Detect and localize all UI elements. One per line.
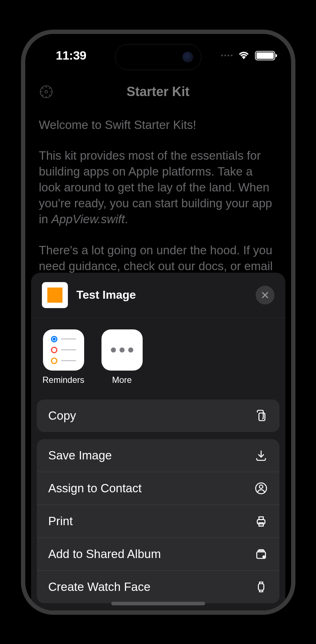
copy-action[interactable]: Copy xyxy=(37,399,280,432)
dynamic-island xyxy=(115,44,202,70)
app-label: More xyxy=(112,375,132,385)
print-action[interactable]: Print xyxy=(37,505,280,537)
nav-bar: Starter Kit xyxy=(25,74,291,110)
status-dots-icon xyxy=(221,55,233,56)
more-icon xyxy=(101,329,143,371)
watch-icon xyxy=(254,580,268,594)
svg-point-9 xyxy=(262,555,265,558)
action-label: Copy xyxy=(48,409,76,423)
action-label: Add to Shared Album xyxy=(48,547,161,561)
save-image-action[interactable]: Save Image xyxy=(37,439,280,472)
home-indicator[interactable] xyxy=(111,602,205,605)
camera-icon xyxy=(182,52,193,62)
person-icon xyxy=(254,481,268,495)
svg-rect-2 xyxy=(259,413,265,420)
watch-face-action[interactable]: Create Watch Face xyxy=(37,570,280,603)
action-group-2: Save Image Assign to Contact Print xyxy=(37,439,280,603)
action-label: Assign to Contact xyxy=(48,481,142,495)
welcome-text: Welcome to Swift Starter Kits! xyxy=(39,117,277,133)
shared-album-action[interactable]: Add to Shared Album xyxy=(37,537,280,570)
svg-rect-10 xyxy=(258,584,264,590)
close-button[interactable] xyxy=(256,286,274,304)
action-label: Print xyxy=(48,514,73,528)
action-label: Save Image xyxy=(48,449,112,462)
action-label: Create Watch Face xyxy=(48,580,151,594)
settings-button[interactable] xyxy=(36,82,56,102)
share-sheet: Test Image Reminders xyxy=(31,273,285,610)
page-title: Starter Kit xyxy=(126,84,189,99)
assign-contact-action[interactable]: Assign to Contact xyxy=(37,472,280,505)
share-item-title: Test Image xyxy=(77,288,247,302)
intro-paragraph: This kit provides most of the essentials… xyxy=(39,148,277,227)
status-time: 11:39 xyxy=(56,48,86,62)
album-icon xyxy=(254,547,268,561)
phone-screen: 11:39 Starter Kit Wel xyxy=(25,34,291,610)
svg-point-4 xyxy=(259,485,263,488)
copy-icon xyxy=(254,409,268,423)
share-thumbnail xyxy=(42,282,68,308)
phone-frame: 11:39 Starter Kit Wel xyxy=(21,30,295,615)
svg-rect-7 xyxy=(259,523,263,526)
action-group-1: Copy xyxy=(37,399,280,432)
wifi-icon xyxy=(238,51,250,61)
close-icon xyxy=(261,291,269,299)
app-label: Reminders xyxy=(42,375,84,385)
svg-rect-6 xyxy=(259,517,263,520)
battery-icon xyxy=(255,51,275,60)
share-apps-row[interactable]: Reminders More xyxy=(31,318,285,394)
share-app-more[interactable]: More xyxy=(100,329,144,385)
reminders-icon xyxy=(43,329,84,371)
print-icon xyxy=(254,514,268,528)
share-app-reminders[interactable]: Reminders xyxy=(42,329,85,385)
svg-point-1 xyxy=(45,90,47,93)
status-right xyxy=(221,51,275,61)
gear-icon xyxy=(38,84,54,100)
share-header: Test Image xyxy=(31,273,285,318)
download-icon xyxy=(254,449,268,462)
